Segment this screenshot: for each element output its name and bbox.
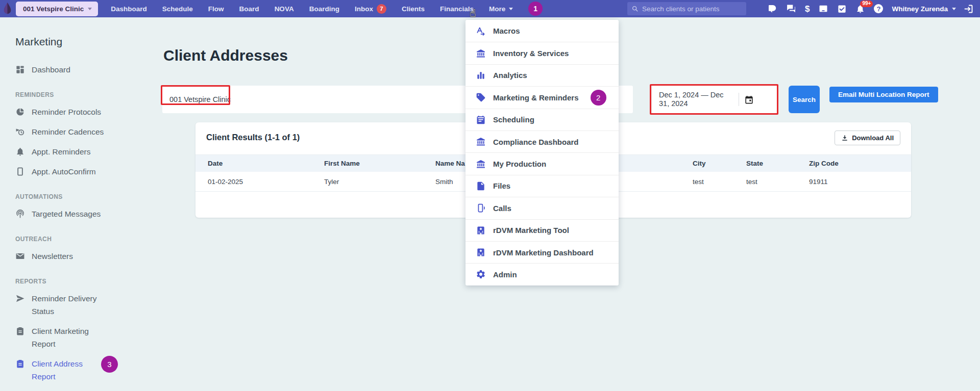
menu-item-inventory-services[interactable]: Inventory & Services	[465, 42, 619, 64]
billing-dollar-icon[interactable]: $	[805, 5, 810, 13]
column-header-zip-code: Zip Code	[797, 160, 911, 167]
menu-item-label: rDVM Marketing Dashboard	[493, 248, 594, 257]
menu-item-files[interactable]: Files	[465, 175, 619, 197]
cell-date: 01-02-2025	[195, 178, 312, 186]
nav-more-label: More	[489, 5, 505, 13]
clinic-filter-value: 001 Vetspire Clinic	[169, 95, 231, 103]
column-header-state: State	[734, 160, 797, 167]
email-multi-location-report-button[interactable]: Email Multi Location Report	[829, 87, 938, 102]
notifications-bell-icon[interactable]: 99+	[855, 4, 865, 14]
cell-first-name: Tyler	[312, 178, 423, 186]
chat-bubble-icon[interactable]	[768, 4, 777, 14]
download-all-label: Download All	[852, 134, 894, 142]
nav-dashboard[interactable]: Dashboard	[111, 5, 147, 13]
nav-financials[interactable]: Financials	[440, 5, 474, 13]
clinic-selector[interactable]: 001 Vetspire Clinic	[16, 2, 98, 16]
menu-item-compliance-dashboard[interactable]: Compliance Dashboard	[465, 131, 619, 152]
column-header-date: Date	[195, 160, 312, 167]
user-name: Whitney Zurenda	[892, 5, 948, 13]
menu-item-admin[interactable]: Admin	[465, 263, 619, 285]
nav-flow[interactable]: Flow	[208, 5, 224, 13]
calendar-icon	[476, 115, 486, 125]
annotation-step-badge-3: 3	[101, 356, 118, 373]
sidebar-item-label: Reminder Protocols	[32, 106, 101, 118]
menu-item-macros[interactable]: Macros	[465, 20, 619, 42]
sidebar-item-client-address-report[interactable]: Client Address Report 3	[15, 357, 117, 383]
global-search[interactable]	[627, 2, 746, 15]
document-icon	[476, 181, 486, 191]
download-all-button[interactable]: Download All	[835, 131, 900, 145]
envelope-icon	[15, 251, 25, 261]
sidebar-item-reminder-cadences[interactable]: Reminder Cadences	[15, 125, 117, 138]
nav-schedule[interactable]: Schedule	[162, 5, 193, 13]
top-navigation-bar: 001 Vetspire Clinic Dashboard Schedule F…	[0, 0, 980, 17]
sidebar-item-label: Appt. AutoConfirm	[32, 165, 96, 178]
sidebar-section-reports: REPORTS	[15, 278, 153, 285]
nav-boarding[interactable]: Boarding	[309, 5, 339, 13]
macros-text-icon	[476, 26, 486, 36]
notification-count-badge: 99+	[860, 1, 873, 7]
nav-clients[interactable]: Clients	[402, 5, 425, 13]
sidebar-item-label: Reminder Cadences	[32, 125, 104, 138]
inbox-unread-badge: 7	[377, 4, 386, 14]
nav-more[interactable]: More	[489, 5, 513, 13]
tasks-check-icon[interactable]	[837, 4, 847, 14]
vetspire-logo-icon	[3, 2, 12, 15]
menu-item-label: My Production	[493, 160, 546, 168]
bank-icon	[476, 159, 486, 169]
cell-state: test	[734, 178, 797, 186]
menu-item-analytics[interactable]: Analytics	[465, 64, 619, 86]
calendar-icon[interactable]	[744, 95, 754, 105]
cell-city: test	[680, 178, 734, 186]
menu-item-label: Inventory & Services	[493, 49, 569, 58]
cell-zip-code: 91911	[797, 178, 911, 186]
marketing-sidebar: Marketing Dashboard REMINDERS Reminder P…	[0, 17, 153, 391]
nav-inbox-label: Inbox	[355, 5, 373, 13]
sidebar-item-targeted-messages[interactable]: Targeted Messages	[15, 207, 117, 220]
chevron-down-icon	[88, 8, 92, 10]
annotation-step-badge-1: 1	[528, 2, 543, 16]
sidebar-item-reminder-delivery-status[interactable]: Reminder Delivery Status	[15, 292, 117, 318]
menu-item-rdvm-marketing-tool[interactable]: rDVM Marketing Tool	[465, 219, 619, 241]
dashboard-grid-icon	[15, 65, 25, 74]
hospital-building-icon	[476, 225, 486, 236]
results-count-title: Client Results (1-1 of 1)	[206, 133, 300, 142]
logout-icon[interactable]	[963, 4, 974, 14]
sidebar-item-dashboard[interactable]: Dashboard	[15, 63, 117, 76]
kiosk-tablet-icon[interactable]	[818, 4, 828, 14]
date-range-input[interactable]: Dec 1, 2024 — Dec 31, 2024	[652, 86, 777, 113]
search-button[interactable]: Search	[789, 86, 820, 113]
menu-item-label: Compliance Dashboard	[493, 138, 579, 146]
bank-icon	[476, 48, 486, 59]
sidebar-item-client-marketing-report[interactable]: Client Marketing Report	[15, 325, 117, 350]
nav-nova[interactable]: NOVA	[275, 5, 294, 13]
phone-calls-icon	[476, 203, 486, 213]
sidebar-item-label: Newsletters	[32, 250, 73, 263]
column-header-first-name: First Name	[312, 160, 423, 167]
menu-item-my-production[interactable]: My Production	[465, 152, 619, 174]
menu-item-calls[interactable]: Calls	[465, 197, 619, 219]
help-icon[interactable]: ?	[874, 4, 883, 13]
messages-icon[interactable]	[786, 4, 796, 14]
primary-nav: Dashboard Schedule Flow Board NOVA Board…	[111, 2, 543, 16]
menu-item-rdvm-marketing-dashboard[interactable]: rDVM Marketing Dashboard	[465, 241, 619, 263]
tag-icon	[476, 92, 486, 102]
sidebar-item-label: Client Marketing Report	[32, 325, 108, 350]
menu-item-marketing-reminders[interactable]: Marketing & Reminders 2	[465, 86, 619, 108]
sidebar-item-appt-reminders[interactable]: Appt. Reminders	[15, 145, 117, 158]
search-input[interactable]	[642, 5, 742, 13]
sidebar-item-reminder-protocols[interactable]: Reminder Protocols	[15, 106, 117, 118]
sidebar-item-appt-autoconfirm[interactable]: Appt. AutoConfirm	[15, 165, 117, 178]
nav-inbox[interactable]: Inbox 7	[355, 4, 386, 14]
user-menu[interactable]: Whitney Zurenda	[892, 5, 956, 13]
chevron-down-icon	[509, 8, 513, 10]
sidebar-item-newsletters[interactable]: Newsletters	[15, 250, 117, 263]
sidebar-item-label: Dashboard	[32, 63, 70, 76]
menu-item-scheduling[interactable]: Scheduling	[465, 109, 619, 131]
nav-board[interactable]: Board	[239, 5, 259, 13]
page-title: Client Addresses	[163, 47, 288, 64]
sidebar-item-label: Appt. Reminders	[32, 145, 90, 158]
download-icon	[841, 135, 848, 142]
mobile-phone-icon	[15, 167, 25, 176]
sidebar-item-label: Reminder Delivery Status	[32, 292, 108, 318]
